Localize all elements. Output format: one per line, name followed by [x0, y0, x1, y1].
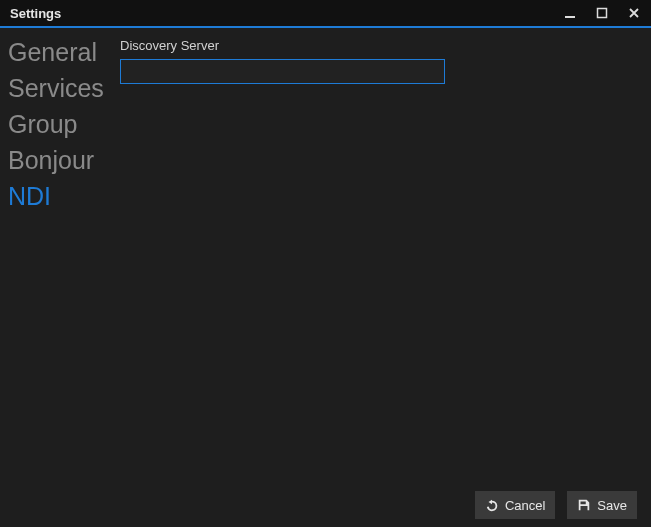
save-button[interactable]: Save [567, 491, 637, 519]
sidebar-item-services[interactable]: Services [8, 70, 114, 106]
cancel-button-label: Cancel [505, 498, 545, 513]
settings-panel-ndi: Discovery Server [114, 28, 651, 483]
svg-rect-1 [598, 9, 607, 18]
sidebar-item-ndi[interactable]: NDI [8, 178, 114, 214]
settings-footer: Cancel Save [0, 483, 651, 527]
sidebar-item-bonjour[interactable]: Bonjour [8, 142, 114, 178]
save-icon [577, 498, 591, 512]
minimize-button[interactable] [561, 4, 579, 22]
titlebar: Settings [0, 0, 651, 28]
save-button-label: Save [597, 498, 627, 513]
cancel-button[interactable]: Cancel [475, 491, 555, 519]
settings-sidebar: General Services Group Bonjour NDI [0, 28, 114, 483]
undo-icon [485, 498, 499, 512]
close-icon [628, 7, 640, 19]
maximize-icon [596, 7, 608, 19]
maximize-button[interactable] [593, 4, 611, 22]
close-button[interactable] [625, 4, 643, 22]
minimize-icon [564, 7, 576, 19]
sidebar-item-group[interactable]: Group [8, 106, 114, 142]
window-title: Settings [10, 6, 61, 21]
discovery-server-input[interactable] [120, 59, 445, 84]
svg-rect-0 [565, 16, 575, 18]
settings-body: General Services Group Bonjour NDI Disco… [0, 28, 651, 483]
sidebar-item-general[interactable]: General [8, 34, 114, 70]
discovery-server-label: Discovery Server [120, 38, 637, 53]
